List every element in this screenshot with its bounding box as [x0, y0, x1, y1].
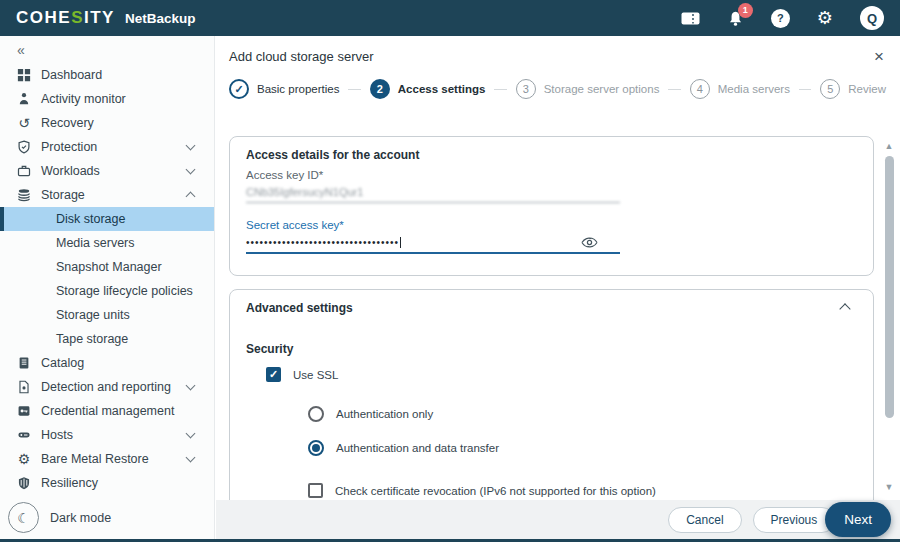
secret-key-field[interactable]: •••••••••••••••••••••••••••••••••• [246, 231, 620, 254]
sidebar-item-recovery[interactable]: ↺ Recovery [0, 111, 214, 135]
access-details-card: Access details for the account Access ke… [229, 136, 874, 276]
report-eye-icon [16, 379, 32, 395]
sidebar-item-workloads[interactable]: Workloads [0, 159, 214, 183]
cert-revocation-label: Check certificate revocation (IPv6 not s… [335, 485, 656, 497]
section-heading: Access details for the account [246, 148, 857, 162]
step-storage-server-options[interactable]: 3 Storage server options [516, 79, 660, 99]
sidebar-item-label: Protection [41, 140, 97, 154]
wizard-stepper: ✓ Basic properties 2 Access settings 3 S… [216, 69, 900, 107]
wizard-content: Access details for the account Access ke… [229, 136, 874, 500]
sidebar-item-label: Activity monitor [41, 92, 126, 106]
resiliency-icon [16, 475, 32, 491]
sidebar-item-hosts[interactable]: Hosts [0, 423, 214, 447]
secret-key-label: Secret access key* [246, 219, 857, 231]
next-button[interactable]: Next [825, 502, 891, 537]
sidebar-item-disk-storage[interactable]: Disk storage [0, 207, 214, 231]
sidebar-item-label: Tape storage [56, 332, 128, 346]
step-basic-properties[interactable]: ✓ Basic properties [229, 79, 339, 99]
sidebar-item-storage-lifecycle-policies[interactable]: Storage lifecycle policies [0, 279, 214, 303]
sidebar-item-catalog[interactable]: Catalog [0, 351, 214, 375]
main-panel: Add cloud storage server × ✓ Basic prope… [216, 36, 900, 539]
sidebar-item-resiliency[interactable]: Resiliency [0, 471, 214, 495]
topbar-actions: 1 ? ⚙ Q [681, 6, 884, 30]
sidebar-item-storage[interactable]: Storage [0, 183, 214, 207]
sidebar-item-label: Workloads [41, 164, 100, 178]
gear-wrench-icon: ⚙ [16, 451, 32, 467]
sidebar-item-detection-reporting[interactable]: Detection and reporting [0, 375, 214, 399]
scroll-down-icon[interactable]: ▼ [881, 481, 897, 493]
scrollbar-thumb[interactable] [885, 156, 894, 418]
help-button[interactable]: ? [771, 9, 790, 28]
logo-text: COHE [16, 8, 71, 27]
radio-unselected-icon [308, 406, 324, 422]
secret-key-value: •••••••••••••••••••••••••••••••••• [246, 237, 399, 248]
step-number: 3 [516, 79, 536, 99]
help-icon: ? [771, 9, 790, 28]
cancel-button[interactable]: Cancel [668, 507, 741, 533]
product-name: NetBackup [125, 11, 196, 26]
sidebar-item-label: Snapshot Manager [56, 260, 162, 274]
topbar: COHESITY NetBackup 1 ? ⚙ Q [0, 0, 900, 36]
use-ssl-checkbox[interactable]: ✓ Use SSL [246, 367, 857, 382]
sidebar-item-label: Detection and reporting [41, 380, 171, 394]
sidebar-item-media-servers[interactable]: Media servers [0, 231, 214, 255]
notifications-button[interactable]: 1 [727, 10, 744, 27]
shield-check-icon [16, 139, 32, 155]
step-label: Media servers [718, 83, 790, 95]
step-review[interactable]: 5 Review [820, 79, 886, 99]
vertical-scrollbar[interactable]: ▲ ▼ [881, 140, 897, 493]
security-heading: Security [246, 342, 857, 356]
close-icon[interactable]: × [874, 48, 884, 65]
sidebar-item-label: Hosts [41, 428, 73, 442]
sidebar-item-snapshot-manager[interactable]: Snapshot Manager [0, 255, 214, 279]
sidebar-item-activity-monitor[interactable]: Activity monitor [0, 87, 214, 111]
step-access-settings[interactable]: 2 Access settings [370, 79, 486, 99]
gear-icon: ⚙ [817, 9, 833, 27]
wizard-header: Add cloud storage server × [216, 36, 900, 69]
sidebar-item-label: Resiliency [41, 476, 98, 490]
access-key-field[interactable]: CNb35IgfersucyN1Qur1 [246, 181, 620, 203]
activity-monitor-icon [16, 91, 32, 107]
sidebar-item-label: Storage lifecycle policies [56, 284, 193, 298]
sidebar-item-bare-metal-restore[interactable]: ⚙ Bare Metal Restore [0, 447, 214, 471]
step-connector [799, 89, 811, 90]
collapse-section-icon[interactable] [839, 303, 850, 314]
step-media-servers[interactable]: 4 Media servers [690, 79, 790, 99]
auth-data-transfer-label: Authentication and data transfer [336, 442, 499, 454]
checkbox-unchecked-icon [308, 483, 323, 498]
avatar: Q [860, 6, 884, 30]
notification-badge: 1 [738, 3, 753, 18]
step-label: Basic properties [257, 83, 339, 95]
cert-revocation-checkbox[interactable]: Check certificate revocation (IPv6 not s… [246, 483, 857, 498]
auth-data-transfer-radio[interactable]: Authentication and data transfer [246, 440, 857, 456]
sidebar-item-dashboard[interactable]: Dashboard [0, 63, 214, 87]
sidebar-item-storage-units[interactable]: Storage units [0, 303, 214, 327]
sidebar-item-tape-storage[interactable]: Tape storage [0, 327, 214, 351]
dark-mode-toggle[interactable]: ☾ Dark mode [8, 502, 111, 533]
book-icon [16, 355, 32, 371]
tickets-button[interactable] [681, 11, 700, 26]
sidebar-item-label: Storage units [56, 308, 130, 322]
step-label: Storage server options [544, 83, 660, 95]
step-number: 5 [820, 79, 840, 99]
account-button[interactable]: Q [860, 6, 884, 30]
collapse-icon: « [17, 42, 25, 58]
sidebar: « Dashboard Activity monitor ↺ Recovery … [0, 36, 215, 539]
sidebar-collapse-button[interactable]: « [0, 36, 214, 63]
sidebar-item-protection[interactable]: Protection [0, 135, 214, 159]
eye-icon[interactable] [581, 236, 598, 249]
sidebar-item-label: Bare Metal Restore [41, 452, 149, 466]
sidebar-item-credential-management[interactable]: Credential management [0, 399, 214, 423]
previous-button[interactable]: Previous [753, 507, 836, 533]
sidebar-item-label: Disk storage [56, 212, 125, 226]
wizard-footer: Cancel Previous Next [216, 500, 900, 539]
sidebar-item-label: Storage [41, 188, 85, 202]
sidebar-item-label: Credential management [41, 404, 174, 418]
briefcase-icon [16, 163, 32, 179]
radio-selected-icon [308, 440, 324, 456]
scroll-up-icon[interactable]: ▲ [881, 140, 897, 152]
auth-only-label: Authentication only [336, 408, 433, 420]
auth-only-radio[interactable]: Authentication only [246, 406, 857, 422]
credential-key-icon [16, 403, 32, 419]
settings-button[interactable]: ⚙ [817, 9, 833, 27]
